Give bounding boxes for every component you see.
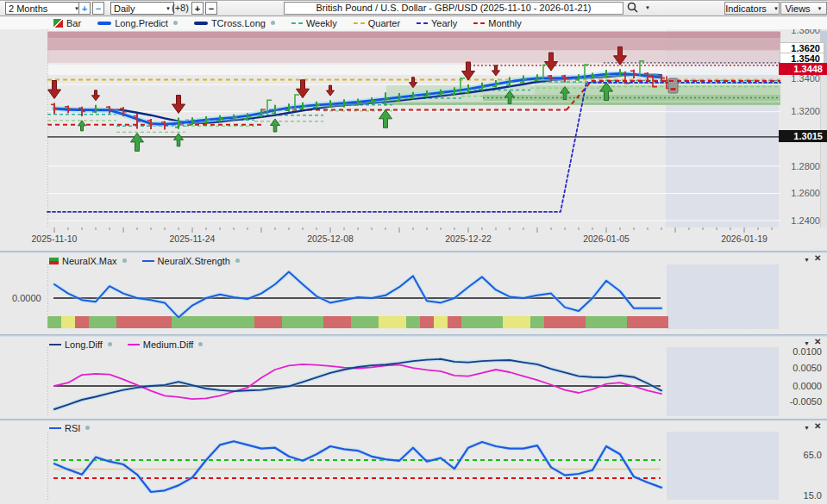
price-axis-label: 1.2400 bbox=[791, 215, 820, 226]
search-icon bbox=[627, 2, 638, 13]
series-options-dot-icon[interactable] bbox=[235, 258, 240, 263]
medium-diff-line bbox=[54, 364, 661, 399]
neuralx-max-cell bbox=[351, 316, 365, 328]
neuralx-max-cell bbox=[572, 316, 586, 328]
rsi-panel[interactable] bbox=[48, 432, 780, 500]
date-range-value: 2 Months bbox=[9, 3, 47, 14]
series-options-dot-icon[interactable] bbox=[271, 21, 275, 25]
neuralx-max-cell bbox=[75, 316, 89, 328]
neuralx-max-cell bbox=[613, 316, 627, 328]
neuralx-max-cell bbox=[337, 316, 351, 328]
neuralx-max-cell bbox=[448, 316, 461, 328]
legend-item-long-diff[interactable]: Long.Diff bbox=[49, 339, 112, 350]
collapse-panel-icon[interactable]: ▼ bbox=[804, 256, 810, 264]
collapse-panel-icon[interactable]: ▼ bbox=[804, 339, 810, 348]
legend-item-weekly[interactable]: Weekly bbox=[291, 18, 337, 28]
legend-item-neuralx-strength[interactable]: NeuralX.Strength bbox=[142, 256, 240, 266]
panel-separator[interactable] bbox=[0, 251, 827, 253]
x-axis-label: 2026-01-19 bbox=[721, 233, 767, 244]
y-axis-label: 0.0000 bbox=[779, 381, 827, 391]
x-axis-label: 2025-12-08 bbox=[307, 233, 354, 244]
neuralx-max-cell bbox=[310, 316, 323, 328]
dash-swatch-icon bbox=[291, 22, 303, 24]
dash-swatch-icon bbox=[354, 22, 365, 24]
neuralx-max-cell bbox=[434, 316, 448, 328]
series-options-dot-icon[interactable] bbox=[85, 426, 90, 430]
neuralx-max-cell bbox=[268, 316, 282, 328]
neuralx-max-cell bbox=[213, 316, 227, 328]
series-options-dot-icon[interactable] bbox=[108, 342, 112, 346]
legend-label: RSI bbox=[65, 423, 80, 433]
neuralx-max-cell bbox=[199, 316, 213, 328]
line-swatch-icon bbox=[97, 22, 111, 25]
close-panel-icon[interactable]: ✕ bbox=[814, 338, 821, 346]
indicators-button[interactable]: Indicators ▼ bbox=[724, 2, 780, 15]
series-options-dot-icon[interactable] bbox=[122, 258, 127, 263]
long-diff-line bbox=[54, 359, 661, 409]
chevron-down-icon: ▼ bbox=[818, 6, 823, 11]
x-axis: 2025-11-102025-11-242025-12-082025-12-22… bbox=[32, 227, 772, 244]
panel-separator[interactable] bbox=[0, 334, 827, 337]
neuralx-panel-legend: NeuralX.Max NeuralX.Strength bbox=[49, 255, 240, 266]
neuralx-max-cell bbox=[227, 316, 241, 328]
main-price-chart[interactable] bbox=[47, 29, 780, 227]
legend-item-bar[interactable]: Bar bbox=[53, 18, 81, 28]
line-swatch-icon bbox=[142, 260, 154, 262]
diff-panel[interactable] bbox=[48, 347, 780, 416]
legend-item-yearly[interactable]: Yearly bbox=[417, 18, 457, 28]
neuralx-max-cell bbox=[489, 316, 503, 328]
legend-item-neuralx-max[interactable]: NeuralX.Max bbox=[49, 256, 127, 266]
close-panel-icon[interactable]: ✕ bbox=[814, 254, 821, 263]
neuralx-panel[interactable] bbox=[47, 264, 779, 329]
dash-swatch-icon bbox=[473, 22, 485, 24]
legend-item-long-predict[interactable]: Long.Predict bbox=[97, 18, 178, 28]
zoom-in-button[interactable]: + bbox=[78, 2, 91, 15]
neuralx-max-cell bbox=[282, 316, 296, 328]
neuralx-max-cell bbox=[392, 316, 406, 328]
neuralx-max-cell bbox=[296, 316, 310, 328]
legend-item-medium-diff[interactable]: Medium.Diff bbox=[128, 339, 203, 350]
legend-item-monthly[interactable]: Monthly bbox=[473, 18, 522, 28]
price-axis-label: 1.3200 bbox=[791, 106, 820, 116]
period-value: Daily bbox=[114, 3, 135, 14]
rsi-panel-legend: RSI bbox=[49, 422, 90, 433]
neuralx-max-cell bbox=[47, 316, 61, 328]
line-swatch-icon bbox=[194, 22, 208, 25]
series-options-dot-icon[interactable] bbox=[198, 342, 203, 346]
y-axis-label: 15.0 bbox=[779, 490, 827, 501]
views-button[interactable]: Views ▼ bbox=[780, 2, 827, 15]
date-range-select[interactable]: 2 Months ▼ bbox=[5, 2, 83, 15]
diff-panel-legend: Long.Diff Medium.Diff bbox=[49, 339, 203, 350]
neuralx-max-cell bbox=[544, 316, 558, 328]
neuralx-max-cell bbox=[241, 316, 254, 328]
x-axis-label: 2025-12-22 bbox=[445, 233, 492, 244]
neuralx-max-cell bbox=[130, 316, 144, 328]
trading-app-window: { "toolbar": { "range_select": "2 Months… bbox=[0, 0, 827, 504]
legend-label: Monthly bbox=[488, 18, 522, 28]
remove-bars-button[interactable]: − bbox=[205, 2, 217, 15]
collapse-panel-icon[interactable]: ▼ bbox=[804, 424, 810, 432]
y-axis-label: 0.0000 bbox=[12, 293, 41, 303]
neuralx-max-cell bbox=[503, 316, 517, 328]
zoom-out-button[interactable]: − bbox=[92, 2, 104, 15]
chevron-down-icon: ▼ bbox=[166, 6, 171, 11]
chart-title: British Pound / U.S. Dollar - GBP/USD (2… bbox=[284, 2, 623, 15]
x-axis-label: 2026-01-05 bbox=[583, 233, 630, 244]
neuralx-max-cell bbox=[420, 316, 434, 328]
legend-item-quarter[interactable]: Quarter bbox=[354, 18, 400, 28]
neuralx-max-cell bbox=[89, 316, 103, 328]
legend-label: NeuralX.Strength bbox=[158, 256, 230, 266]
neuralx-max-cell bbox=[365, 316, 379, 328]
search-button[interactable]: ▼ bbox=[627, 2, 656, 13]
neuralx-max-cell bbox=[641, 316, 655, 328]
close-panel-icon[interactable]: ✕ bbox=[814, 422, 821, 431]
legend-label: Bar bbox=[66, 18, 81, 28]
future-zone bbox=[667, 264, 779, 329]
legend-label: TCross.Long bbox=[211, 18, 266, 28]
add-bars-button[interactable]: + bbox=[191, 2, 204, 15]
panel-separator[interactable] bbox=[0, 419, 827, 421]
period-select[interactable]: Daily ▼ bbox=[110, 2, 174, 15]
series-options-dot-icon[interactable] bbox=[173, 21, 178, 25]
legend-item-tcross-long[interactable]: TCross.Long bbox=[194, 18, 275, 28]
legend-item-rsi[interactable]: RSI bbox=[49, 423, 90, 433]
